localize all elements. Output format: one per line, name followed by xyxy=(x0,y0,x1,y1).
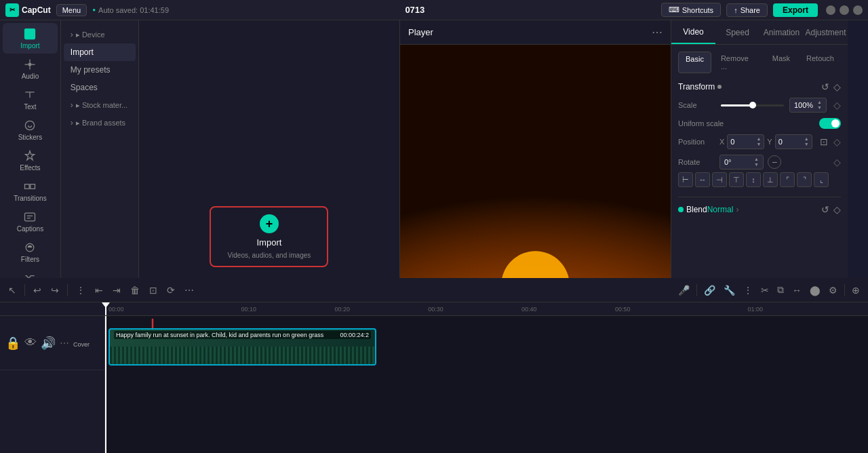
cut-btn[interactable]: ✂ xyxy=(758,283,772,297)
align-right-btn[interactable]: ⊣ xyxy=(712,172,727,187)
settings-btn[interactable]: ⚙ xyxy=(826,283,840,297)
scale-value[interactable]: 100% ▲ ▼ xyxy=(789,98,827,113)
color-btn[interactable]: ⬤ xyxy=(807,283,823,297)
rotate-input[interactable]: 0° ▲ ▼ xyxy=(719,155,764,170)
sidebar-item-spaces[interactable]: Spaces xyxy=(64,79,136,96)
toolbar-effects[interactable]: Effects xyxy=(0,145,60,176)
sidebar-item-import[interactable]: Import xyxy=(64,43,136,61)
undo-btn[interactable]: ↩ xyxy=(31,283,44,297)
ruler-marks: 00:00 00:10 00:20 00:30 00:40 00:50 01:0… xyxy=(105,306,763,313)
player-menu-icon[interactable]: ⋯ xyxy=(652,26,663,39)
mic-btn[interactable]: 🎤 xyxy=(675,283,692,297)
split-btn[interactable]: ⋮ xyxy=(73,283,88,297)
scale-keyframe[interactable]: ◇ xyxy=(833,100,841,111)
trim-start-btn[interactable]: ⇤ xyxy=(92,283,106,297)
toolbar-audio[interactable]: Audio xyxy=(0,54,60,84)
scale-stepper[interactable]: ▲ ▼ xyxy=(817,100,822,111)
scale-slider-thumb[interactable] xyxy=(749,102,756,109)
subtab-remove[interactable]: Remove ... xyxy=(714,52,763,73)
minimize-button[interactable] xyxy=(826,5,835,15)
audio-label: Audio xyxy=(22,73,39,80)
redo-btn[interactable]: ↪ xyxy=(48,283,62,297)
captions-label: Captions xyxy=(17,225,43,233)
share-button[interactable]: ↑ Share xyxy=(726,3,768,17)
lock-icon[interactable]: 🔒 xyxy=(5,336,20,351)
pos-y-input[interactable]: 0 ▲ ▼ xyxy=(775,134,812,149)
filters-label: Filters xyxy=(21,256,39,263)
sidebar-item-my-presets[interactable]: My presets xyxy=(64,61,136,79)
y-stepper[interactable]: ▲ ▼ xyxy=(804,136,809,147)
scale-slider[interactable] xyxy=(721,104,784,106)
align-bottom-btn[interactable]: ⊥ xyxy=(763,172,778,187)
tab-adjustment[interactable]: Adjustment xyxy=(804,20,848,44)
rotate-circle-btn[interactable] xyxy=(768,155,781,169)
delete-btn[interactable]: 🗑 xyxy=(127,283,142,297)
menu-button[interactable]: Menu xyxy=(56,4,87,16)
magnet-btn[interactable]: 🔧 xyxy=(721,283,738,297)
volume-icon[interactable]: 🔊 xyxy=(41,336,56,351)
align-bl-btn[interactable]: ⌞ xyxy=(814,172,829,187)
top-right-controls: ⌨ Shortcuts ↑ Share Export xyxy=(661,3,863,17)
pos-x-input[interactable]: 0 ▲ ▼ xyxy=(727,134,764,149)
close-button[interactable] xyxy=(853,5,863,15)
sidebar-item-stock[interactable]: ▸ Stock mater... xyxy=(64,96,136,114)
more-btn[interactable]: ⋯ xyxy=(182,283,197,297)
toolbar-stickers[interactable]: Stickers xyxy=(0,115,60,145)
subtab-basic[interactable]: Basic xyxy=(678,52,711,73)
reset-icon[interactable]: ↺ xyxy=(821,81,829,92)
cursor-tool[interactable]: ↖ xyxy=(5,283,19,297)
track-content[interactable]: Happy family run at sunset in park. Chil… xyxy=(105,316,868,453)
uniform-scale-toggle[interactable] xyxy=(819,118,841,129)
subtab-retouch[interactable]: Retouch xyxy=(800,52,841,73)
blend-reset-icon[interactable]: ↺ xyxy=(821,204,829,215)
align-middle-v-btn[interactable]: ↕ xyxy=(746,172,761,187)
frame-counter: 0713 xyxy=(174,5,656,15)
rotate-stepper[interactable]: ▲ ▼ xyxy=(754,157,759,168)
position-row: Position X 0 ▲ ▼ Y 0 xyxy=(678,134,841,149)
align-top-btn[interactable]: ⊤ xyxy=(729,172,744,187)
position-keyframe[interactable]: ◇ xyxy=(833,136,841,147)
align-tl-btn[interactable]: ⌜ xyxy=(780,172,795,187)
keyframe-icon[interactable]: ◇ xyxy=(833,81,841,92)
crop-btn[interactable]: ⊡ xyxy=(146,283,160,297)
import-box[interactable]: + Import Videos, audios, and images xyxy=(210,206,328,267)
flip-btn[interactable]: ↔ xyxy=(789,283,804,297)
sidebar-item-brand-assets[interactable]: ▸ Brand assets xyxy=(64,114,136,132)
blend-dot xyxy=(678,207,684,212)
sidebar-item-device[interactable]: ▸ Device xyxy=(64,26,136,43)
blend-chevron[interactable]: › xyxy=(736,205,738,214)
shortcuts-button[interactable]: ⌨ Shortcuts xyxy=(661,3,721,17)
align-tr-btn[interactable]: ⌝ xyxy=(797,172,812,187)
x-stepper[interactable]: ▲ ▼ xyxy=(756,136,761,147)
link-btn[interactable]: 🔗 xyxy=(701,283,718,297)
toolbar-captions[interactable]: Captions xyxy=(0,206,60,237)
toolbar-filters[interactable]: Filters xyxy=(0,237,60,267)
tab-animation[interactable]: Animation xyxy=(760,20,804,44)
export-button[interactable]: Export xyxy=(773,3,818,17)
top-bar: ✂ CapCut Menu Auto saved: 01:41:59 0713 … xyxy=(0,0,868,20)
rotate-keyframe[interactable]: ◇ xyxy=(833,157,841,168)
split2-btn[interactable]: ⋮ xyxy=(741,283,755,297)
more-track-icon[interactable]: ⋯ xyxy=(60,338,69,349)
tab-speed[interactable]: Speed xyxy=(715,20,760,44)
align-center-h-btn[interactable]: ↔ xyxy=(695,172,710,187)
blend-value[interactable]: Normal xyxy=(707,205,734,214)
zoom-btn[interactable]: ⊕ xyxy=(849,283,863,297)
align-left-btn[interactable]: ⊢ xyxy=(678,172,693,187)
maximize-button[interactable] xyxy=(840,5,849,15)
copy-btn[interactable]: ⧉ xyxy=(774,283,787,297)
tab-video[interactable]: Video xyxy=(671,20,715,44)
video-clip[interactable]: Happy family run at sunset in park. Chil… xyxy=(108,328,376,366)
position-reset-icon[interactable]: ⊡ xyxy=(820,136,828,147)
blend-keyframe-icon[interactable]: ◇ xyxy=(833,204,841,215)
toolbar-transitions[interactable]: Transitions xyxy=(0,176,60,206)
svg-point-1 xyxy=(28,63,32,66)
import-sublabel: Videos, audios, and images xyxy=(228,252,311,259)
subtab-mask[interactable]: Mask xyxy=(766,52,797,73)
trim-end-btn[interactable]: ⇥ xyxy=(110,283,123,297)
toolbar-import[interactable]: Import xyxy=(3,23,58,54)
transform-title: Transform xyxy=(678,82,722,92)
eye-icon[interactable]: 👁 xyxy=(24,336,37,350)
transform-btn[interactable]: ⟳ xyxy=(164,283,178,297)
toolbar-text[interactable]: Text xyxy=(0,84,60,115)
